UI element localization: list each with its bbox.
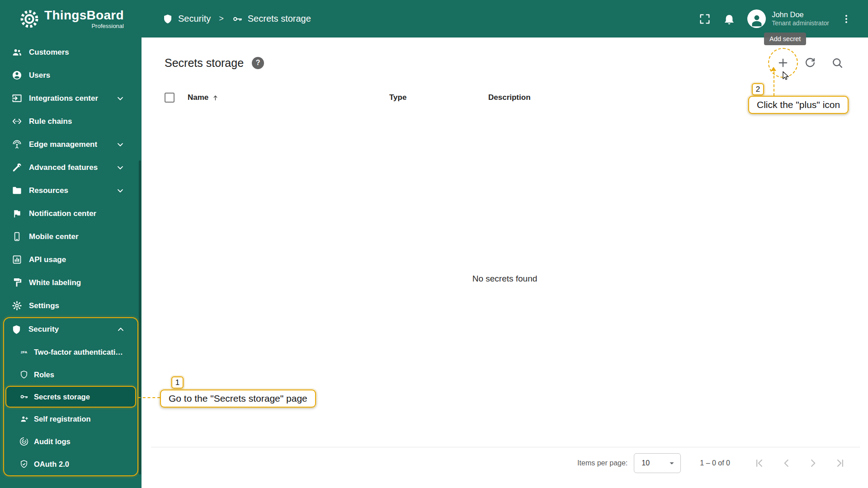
- next-page-button[interactable]: [803, 453, 823, 473]
- sidebar-item-roles[interactable]: Roles: [4, 363, 137, 386]
- sidebar: Customers Users Integrations center Rule…: [0, 38, 142, 488]
- sidebar-item-oauth[interactable]: OAuth 2.0: [4, 453, 137, 475]
- sidebar-item-white-labeling[interactable]: White labeling: [0, 271, 142, 294]
- flag-icon: [12, 208, 22, 219]
- svg-text:2FA: 2FA: [21, 350, 28, 354]
- integrations-icon: [12, 93, 22, 103]
- previous-page-button[interactable]: [776, 453, 796, 473]
- first-page-button[interactable]: [749, 453, 769, 473]
- thingsboard-logo-icon: [19, 9, 40, 29]
- table-toolbar: [776, 56, 844, 70]
- chevron-down-icon[interactable]: [115, 140, 125, 150]
- fullscreen-icon[interactable]: [698, 13, 711, 25]
- user-name: John Doe: [772, 10, 829, 19]
- gear-icon: [12, 300, 22, 311]
- empty-state-text: No secrets found: [142, 110, 868, 447]
- oauth-shield-icon: [19, 460, 28, 469]
- brand-subtitle: Professional: [91, 23, 124, 29]
- select-all-checkbox[interactable]: [165, 93, 175, 103]
- audit-target-icon: [19, 437, 28, 446]
- user-role: Tenant administrator: [772, 19, 829, 28]
- chevron-down-icon[interactable]: [115, 186, 125, 196]
- sidebar-item-rule-chains[interactable]: Rule chains: [0, 110, 142, 133]
- breadcrumb-item-security[interactable]: Security: [162, 14, 211, 24]
- sidebar-item-notification-center[interactable]: Notification center: [0, 202, 142, 225]
- caret-down-icon: [667, 458, 677, 468]
- chevron-down-icon[interactable]: [115, 94, 125, 103]
- add-button[interactable]: [776, 56, 790, 70]
- sidebar-item-users[interactable]: Users: [0, 64, 142, 87]
- breadcrumb-label: Security: [178, 14, 211, 24]
- sidebar-item-api-usage[interactable]: API usage: [0, 248, 142, 271]
- page-title: Secrets storage: [165, 56, 244, 70]
- top-bar: ThingsBoard Professional Security > Secr…: [0, 0, 868, 38]
- key-icon: [19, 392, 28, 401]
- security-section-highlight: Security 2FA Two-factor authenticati… Ro…: [3, 317, 138, 476]
- chevron-down-icon[interactable]: [115, 163, 125, 173]
- sidebar-item-two-factor-authentication[interactable]: 2FA Two-factor authenticati…: [4, 341, 137, 363]
- column-header-type[interactable]: Type: [389, 85, 406, 110]
- shield-icon: [162, 14, 173, 24]
- sidebar-item-secrets-storage[interactable]: Secrets storage: [5, 386, 136, 408]
- chart-icon: [12, 254, 22, 265]
- sort-asc-icon: [212, 94, 219, 102]
- sidebar-scrollbar[interactable]: [139, 160, 141, 474]
- sidebar-item-edge-management[interactable]: Edge management: [0, 133, 142, 156]
- smartphone-icon: [12, 231, 22, 242]
- paginator: Items per page: 10 1 – 0 of 0: [151, 447, 860, 479]
- last-page-button[interactable]: [830, 453, 850, 473]
- sidebar-item-resources[interactable]: Resources: [0, 179, 142, 202]
- sidebar-item-mobile-center[interactable]: Mobile center: [0, 225, 142, 248]
- person-add-icon: [19, 414, 28, 423]
- thingsboard-app: ThingsBoard Professional Security > Secr…: [0, 0, 868, 488]
- notifications-bell-icon[interactable]: [723, 13, 736, 25]
- page-header: Secrets storage ?: [151, 50, 860, 76]
- 2fa-icon: 2FA: [19, 347, 28, 357]
- roles-shield-icon: [19, 370, 28, 379]
- sidebar-item-customers[interactable]: Customers: [0, 41, 142, 64]
- breadcrumb-label: Secrets storage: [248, 14, 311, 24]
- search-button[interactable]: [830, 56, 844, 70]
- rule-chains-icon: [12, 116, 22, 127]
- breadcrumb-separator: >: [219, 14, 224, 23]
- page-size-select[interactable]: 10: [634, 453, 681, 473]
- page-size-value: 10: [642, 459, 650, 467]
- table-header-row: Name Type Description: [151, 85, 860, 110]
- breadcrumb: Security > Secrets storage: [162, 14, 311, 24]
- sidebar-item-security[interactable]: Security: [4, 318, 137, 341]
- sidebar-item-settings[interactable]: Settings: [0, 294, 142, 317]
- main-content: Secrets storage ? Name Type Desc: [142, 38, 868, 488]
- column-header-description[interactable]: Description: [488, 85, 531, 110]
- refresh-button[interactable]: [803, 56, 817, 70]
- column-header-name[interactable]: Name: [188, 85, 219, 110]
- brand-name: ThingsBoard: [44, 9, 124, 22]
- tools-icon: [12, 162, 22, 173]
- shield-icon: [11, 324, 22, 335]
- brand-logo[interactable]: ThingsBoard Professional: [0, 9, 142, 29]
- key-icon: [232, 14, 243, 24]
- folder-icon: [12, 185, 22, 196]
- chevron-up-icon[interactable]: [116, 324, 126, 334]
- sidebar-item-advanced-features[interactable]: Advanced features: [0, 156, 142, 179]
- items-per-page-label: Items per page:: [577, 459, 627, 467]
- antenna-icon: [12, 139, 22, 150]
- avatar: [747, 9, 766, 28]
- kebab-menu-icon[interactable]: [841, 14, 852, 24]
- people-icon: [12, 47, 22, 57]
- paginator-buttons: [749, 453, 850, 473]
- paint-icon: [12, 277, 22, 288]
- plus-icon: [777, 64, 789, 70]
- search-icon: [831, 64, 844, 70]
- breadcrumb-item-secrets-storage[interactable]: Secrets storage: [232, 14, 311, 24]
- sidebar-item-audit-logs[interactable]: Audit logs: [4, 430, 137, 453]
- sidebar-item-self-registration[interactable]: Self registration: [4, 408, 137, 430]
- user-menu[interactable]: John Doe Tenant administrator: [747, 9, 829, 28]
- refresh-icon: [804, 64, 816, 70]
- sidebar-item-integrations-center[interactable]: Integrations center: [0, 87, 142, 110]
- person-icon: [12, 70, 22, 80]
- paginator-range: 1 – 0 of 0: [700, 459, 730, 467]
- help-icon[interactable]: ?: [252, 57, 264, 69]
